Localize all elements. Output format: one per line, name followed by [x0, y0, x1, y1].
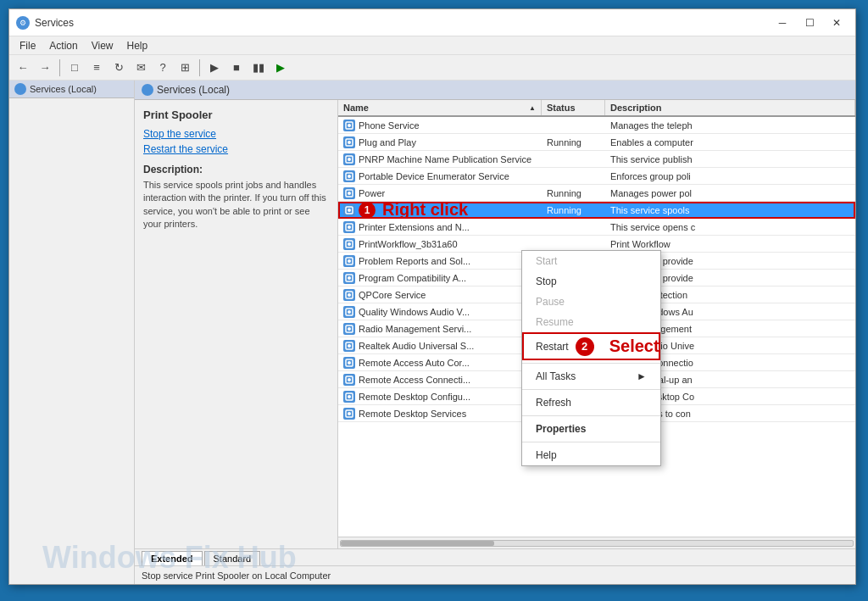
help-button[interactable]: ? — [153, 58, 173, 78]
svc-name: Problem Reports and Sol... — [338, 255, 542, 267]
ctx-properties[interactable]: Properties — [522, 419, 660, 439]
svc-name: 1 Right click — [338, 200, 542, 220]
svg-point-7 — [348, 175, 351, 178]
description-text: This service spools print jobs and handl… — [143, 179, 329, 231]
service-row[interactable]: Power Running Manages power pol — [338, 185, 855, 202]
svg-point-25 — [348, 327, 351, 331]
scroll-thumb — [341, 541, 494, 546]
ctx-restart[interactable]: Restart 2 Select — [522, 332, 660, 360]
minimize-button[interactable]: ─ — [771, 14, 794, 32]
badge-2: 2 — [576, 337, 594, 356]
pause-button[interactable]: ▮▮ — [248, 58, 269, 78]
service-row[interactable]: Phone Service Manages the teleph — [338, 117, 855, 134]
menu-action[interactable]: Action — [42, 38, 84, 53]
service-icon — [343, 306, 355, 318]
svg-point-11 — [348, 209, 351, 212]
forward-button[interactable]: → — [35, 58, 55, 78]
service-icon — [343, 136, 355, 148]
menu-view[interactable]: View — [85, 38, 120, 53]
svc-desc: Manages power pol — [605, 188, 855, 198]
right-click-annotation: Right click — [382, 200, 468, 220]
toolbar-separator-2 — [199, 59, 200, 76]
svc-name: Remote Desktop Services — [338, 408, 542, 420]
svg-point-19 — [348, 276, 351, 280]
inner-area: Print Spooler Stop the service Restart t… — [135, 100, 855, 548]
close-button[interactable]: ✕ — [825, 14, 849, 32]
ctx-all-tasks[interactable]: All Tasks ► — [522, 366, 660, 387]
window-controls: ─ ☐ ✕ — [771, 14, 849, 32]
view-button[interactable]: □ — [64, 58, 85, 78]
svc-name: QPCore Service — [338, 289, 542, 301]
svg-point-21 — [348, 293, 351, 297]
svc-status: Running — [542, 205, 605, 215]
menu-help[interactable]: Help — [120, 38, 155, 53]
col-header-description[interactable]: Description — [605, 100, 855, 115]
svc-name: Portable Device Enumerator Service — [338, 170, 542, 182]
list-button[interactable]: ≡ — [86, 58, 107, 78]
stop-button[interactable]: ■ — [226, 58, 247, 78]
menu-file[interactable]: File — [13, 38, 42, 53]
ctx-resume[interactable]: Resume — [522, 312, 660, 332]
scroll-track — [340, 540, 854, 547]
ctx-stop[interactable]: Stop — [522, 271, 660, 292]
svc-name: Printer Extensions and N... — [338, 221, 542, 233]
service-row[interactable]: 1 Right click Running This service spool… — [338, 202, 855, 219]
svc-name: Remote Access Auto Cor... — [338, 357, 542, 369]
service-icon — [343, 391, 355, 403]
svg-point-5 — [348, 158, 351, 161]
back-button[interactable]: ← — [13, 58, 33, 78]
resume-button[interactable]: ▶ — [270, 58, 291, 78]
tab-standard[interactable]: Standard — [204, 551, 261, 565]
svc-desc: This service publish — [605, 154, 855, 164]
service-row[interactable]: Plug and Play Running Enables a computer — [338, 134, 855, 151]
svg-point-1 — [348, 124, 351, 127]
maximize-button[interactable]: ☐ — [798, 14, 821, 32]
horizontal-scrollbar[interactable] — [338, 537, 855, 548]
stop-service-link[interactable]: Stop the service — [143, 128, 329, 140]
left-pane: Services (Local) — [9, 81, 135, 584]
mail-button[interactable]: ✉ — [131, 58, 151, 78]
service-icon — [343, 374, 355, 386]
service-icon — [343, 255, 355, 267]
ctx-start[interactable]: Start — [522, 251, 660, 271]
title-bar: ⚙ Services ─ ☐ ✕ — [9, 9, 855, 36]
service-icon — [343, 272, 355, 284]
service-name-title: Print Spooler — [143, 109, 329, 121]
tab-extended[interactable]: Extended — [142, 551, 203, 565]
tabs-bar: Extended Standard — [135, 548, 855, 565]
service-row[interactable]: PNRP Machine Name Publication Service Th… — [338, 151, 855, 168]
select-annotation: Select — [609, 337, 659, 356]
grid-button[interactable]: ⊞ — [175, 58, 195, 78]
svg-point-35 — [348, 412, 351, 415]
service-icon — [343, 153, 355, 165]
ctx-sep-1 — [522, 363, 660, 364]
svc-name: PrintWorkflow_3b31a60 — [338, 238, 542, 250]
toolbar: ← → □ ≡ ↻ ✉ ? ⊞ ▶ ■ ▮▮ ▶ — [9, 55, 855, 81]
svc-desc: Manages the teleph — [605, 120, 855, 131]
description-label: Description: — [143, 164, 329, 175]
play-button[interactable]: ▶ — [204, 58, 225, 78]
svc-desc: This service spools — [605, 205, 855, 215]
service-row[interactable]: Portable Device Enumerator Service Enfor… — [338, 168, 855, 185]
ctx-sep-3 — [522, 415, 660, 416]
svc-desc: This service opens c — [605, 222, 855, 232]
services-window: ⚙ Services ─ ☐ ✕ File Action View Help ←… — [8, 8, 856, 585]
col-header-status[interactable]: Status — [542, 100, 605, 115]
service-row[interactable]: Printer Extensions and N... This service… — [338, 219, 855, 236]
service-icon — [343, 170, 355, 182]
restart-service-link[interactable]: Restart the service — [143, 143, 329, 155]
ctx-refresh[interactable]: Refresh — [522, 392, 660, 413]
status-text: Stop service Print Spooler on Local Comp… — [142, 570, 331, 581]
svc-status: Running — [542, 188, 605, 198]
service-icon — [343, 187, 355, 199]
ctx-pause[interactable]: Pause — [522, 292, 660, 312]
right-pane-header: Services (Local) — [135, 81, 855, 100]
service-icon — [343, 238, 355, 250]
col-header-name[interactable]: Name ▲ — [338, 100, 542, 115]
svc-status: Running — [542, 137, 605, 147]
window-title: Services — [35, 17, 771, 29]
ctx-sep-4 — [522, 442, 660, 442]
ctx-help[interactable]: Help — [522, 445, 660, 465]
refresh-button[interactable]: ↻ — [108, 58, 129, 78]
svg-point-3 — [348, 141, 351, 144]
